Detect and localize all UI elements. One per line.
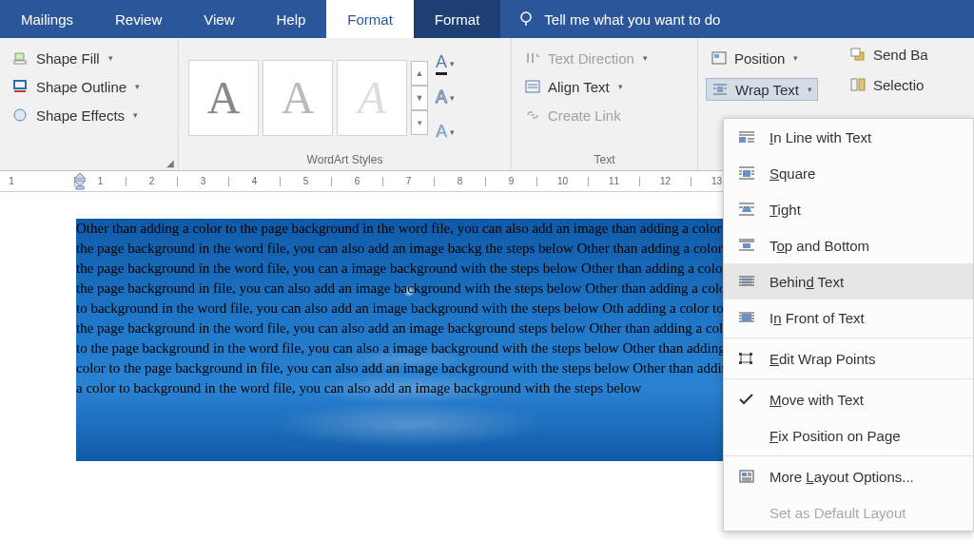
shape-fill-button[interactable]: Shape Fill [8, 48, 144, 68]
text-fill-button[interactable]: A [432, 49, 458, 78]
align-text-button[interactable]: Align Text [519, 76, 652, 97]
align-text-label: Align Text [548, 79, 610, 95]
text-effects-stack: A A A [428, 44, 462, 152]
text-effects-button[interactable]: A [432, 118, 458, 146]
wrap-behind-icon [737, 274, 756, 289]
ruler-mark: 9 [485, 177, 536, 186]
svg-rect-4 [14, 90, 26, 92]
tab-format-picture[interactable]: Format [326, 0, 414, 38]
shape-outline-label: Shape Outline [36, 79, 127, 95]
svg-rect-61 [750, 361, 752, 364]
wordart-style-2[interactable]: A [263, 60, 333, 136]
svg-marker-23 [74, 181, 86, 186]
checkmark-icon [737, 392, 756, 407]
wrap-inline-icon [737, 129, 756, 145]
svg-rect-60 [739, 361, 742, 364]
wrap-top-bottom-icon [737, 238, 756, 253]
svg-point-0 [521, 12, 531, 22]
document-paragraph-1[interactable]: Other than adding a color to the page ba… [76, 219, 742, 398]
move-with-text-item[interactable]: Move with Text [724, 381, 973, 417]
wrap-tight-icon [737, 202, 756, 217]
svg-rect-45 [743, 243, 750, 248]
tab-help[interactable]: Help [255, 0, 326, 38]
svg-rect-8 [526, 81, 539, 92]
gallery-more[interactable]: ▾ [411, 110, 428, 135]
ruler-mark: 12 [639, 177, 691, 186]
shape-effects-label: Shape Effects [36, 107, 125, 124]
ruler-mark: 1 [0, 176, 23, 186]
position-icon [710, 49, 729, 67]
shape-outline-icon [11, 78, 30, 95]
wrap-in-front-item[interactable]: In Front of Text [724, 299, 973, 336]
wrap-square-item[interactable]: Square [724, 155, 973, 191]
svg-rect-20 [851, 79, 857, 90]
wrap-top-bottom-item[interactable]: Top and Bottom [724, 227, 973, 263]
svg-point-5 [14, 109, 26, 121]
shape-fill-icon [11, 49, 30, 67]
lightbulb-icon [517, 10, 535, 28]
gallery-scroll-down[interactable]: ▼ [411, 86, 428, 110]
wrap-text-menu: In Line with Text Square Tight Top and B… [723, 118, 974, 531]
tab-mailings[interactable]: Mailings [0, 0, 94, 38]
svg-rect-58 [739, 353, 742, 356]
first-line-indent-marker[interactable] [74, 173, 86, 192]
tab-review[interactable]: Review [94, 0, 183, 38]
selection-pane-button[interactable]: Selectio [847, 74, 974, 95]
edit-wrap-points-item[interactable]: Edit Wrap Points [724, 340, 973, 377]
position-button[interactable]: Position [706, 48, 818, 68]
svg-rect-19 [851, 48, 860, 56]
svg-rect-2 [14, 61, 26, 64]
set-default-label: Set as Default Layout [769, 505, 906, 521]
svg-rect-57 [741, 355, 750, 362]
send-backward-button[interactable]: Send Ba [847, 44, 974, 65]
svg-rect-13 [717, 87, 723, 92]
send-backward-label: Send Ba [873, 47, 928, 63]
tell-me-search[interactable]: Tell me what you want to do [500, 0, 974, 38]
wrap-tight-item[interactable]: Tight [724, 191, 973, 227]
text-group-label: Text [519, 153, 690, 168]
wrap-text-label: Wrap Text [735, 82, 799, 98]
edit-wrap-points-icon [737, 351, 756, 366]
ruler-mark: 2 [126, 177, 177, 186]
ruler-mark: 10 [536, 177, 588, 186]
text-direction-button[interactable]: Text Direction [519, 48, 652, 68]
ruler-mark: 5 [280, 177, 331, 186]
svg-rect-63 [742, 473, 747, 476]
wordart-style-3[interactable]: A [337, 60, 407, 136]
menu-separator [724, 338, 973, 338]
wordart-styles-group: A A A ▲ ▼ ▾ A A A WordArt Styles [179, 38, 512, 170]
shape-effects-button[interactable]: Shape Effects [8, 105, 144, 126]
svg-rect-31 [743, 170, 750, 177]
gallery-scroll-up[interactable]: ▲ [411, 61, 428, 86]
wrap-text-icon [711, 81, 730, 98]
ruler-mark: 4 [228, 177, 280, 186]
shape-outline-button[interactable]: Shape Outline [8, 76, 144, 97]
wordart-gallery: A A A ▲ ▼ ▾ [186, 54, 428, 142]
wrap-behind-text-item[interactable]: Behind Text [724, 263, 973, 299]
ruler-mark: 3 [177, 177, 228, 186]
align-text-icon [523, 78, 542, 95]
wordart-style-1[interactable]: A [188, 60, 259, 136]
ruler-mark: 6 [331, 177, 382, 186]
tell-me-label: Tell me what you want to do [544, 11, 720, 28]
tab-format-drawing[interactable]: Format [414, 0, 501, 38]
more-layout-options-item[interactable]: More Layout Options... [724, 458, 973, 494]
shape-fill-label: Shape Fill [36, 50, 100, 67]
send-backward-icon [848, 46, 867, 63]
fix-position-item[interactable]: Fix Position on Page [724, 417, 973, 454]
ruler-mark: 7 [382, 177, 434, 186]
wrap-inline-item[interactable]: In Line with Text [724, 119, 973, 155]
svg-rect-3 [14, 81, 26, 88]
tab-view[interactable]: View [183, 0, 255, 38]
create-link-button[interactable]: Create Link [519, 105, 652, 126]
text-outline-button[interactable]: A [432, 84, 458, 112]
ribbon-tab-bar: Mailings Review View Help Format Format … [0, 0, 974, 38]
wrap-square-icon [737, 165, 756, 181]
wrap-text-button[interactable]: Wrap Text [706, 78, 818, 101]
svg-marker-22 [74, 173, 86, 179]
gallery-scroll: ▲ ▼ ▾ [411, 61, 428, 135]
svg-rect-27 [739, 137, 746, 143]
dialog-launcher-icon[interactable]: ◢ [166, 158, 174, 168]
ruler-mark: 11 [588, 177, 639, 186]
svg-rect-47 [742, 278, 751, 285]
